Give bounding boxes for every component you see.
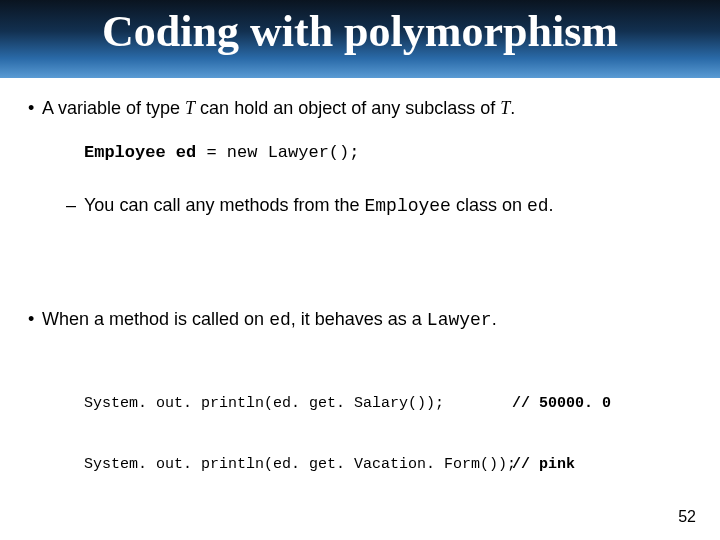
page-number: 52	[678, 508, 696, 526]
bullet-1-text-b: can hold an object of any subclass of	[195, 98, 500, 118]
type-T-1: T	[185, 98, 195, 118]
bullet-2-text-a: When a method is called on	[42, 309, 269, 329]
spacer	[28, 219, 692, 307]
code-row-2: System. out. println(ed. get. Vacation. …	[84, 455, 692, 475]
code-line-2: System. out. println(ed. get. Vacation. …	[84, 455, 512, 475]
sub-ed: ed	[527, 196, 549, 216]
bullet-2-text-b: , it behaves as a	[291, 309, 427, 329]
code-example-2: System. out. println(ed. get. Salary());…	[84, 354, 692, 516]
sub-text-c: .	[549, 195, 554, 215]
bullet-1-text-a: A variable of type	[42, 98, 185, 118]
slide-title: Coding with polymorphism	[0, 0, 720, 57]
bullet-1-text-c: .	[510, 98, 515, 118]
code-comment-2: // pink	[512, 455, 575, 475]
sub-text-b: class on	[451, 195, 527, 215]
dash-icon: –	[66, 193, 84, 217]
bullet-2-ed: ed	[269, 310, 291, 330]
bullet-2-text-c: .	[492, 309, 497, 329]
code-example-1: Employee ed = new Lawyer();	[84, 142, 692, 165]
code-row-1: System. out. println(ed. get. Salary());…	[84, 394, 692, 414]
code-line-1: System. out. println(ed. get. Salary());	[84, 394, 512, 414]
code-comment-1: // 50000. 0	[512, 394, 611, 414]
sub-bullet-1: –You can call any methods from the Emplo…	[66, 193, 692, 218]
bullet-2-lawyer: Lawyer	[427, 310, 492, 330]
bullet-dot-icon: •	[28, 307, 42, 331]
bullet-2: •When a method is called on ed, it behav…	[28, 307, 692, 332]
bullet-1: •A variable of type T can hold an object…	[28, 96, 692, 120]
bullet-dot-icon: •	[28, 96, 42, 120]
type-T-2: T	[500, 98, 510, 118]
code-decl: Employee ed	[84, 143, 196, 162]
slide-content: •A variable of type T can hold an object…	[0, 78, 720, 516]
code-init: = new Lawyer();	[196, 143, 359, 162]
sub-employee: Employee	[365, 196, 451, 216]
sub-text-a: You can call any methods from the	[84, 195, 365, 215]
title-bar: Coding with polymorphism	[0, 0, 720, 78]
